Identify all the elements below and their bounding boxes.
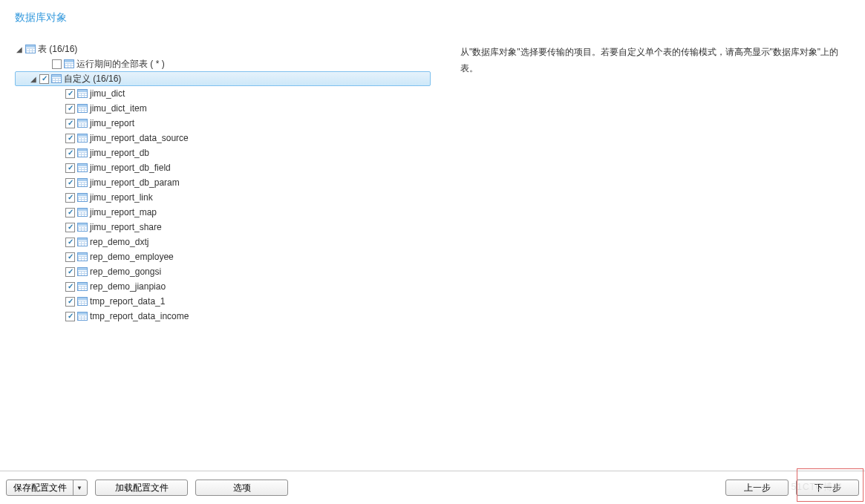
button-label: 加载配置文件	[115, 482, 169, 494]
tree-panel: ◢ 表 (16/16) 运行期间的全部表 ( * ) ◢ 自定义 (16/16)…	[0, 37, 445, 467]
tree-node-item[interactable]: jimu_report_link	[15, 190, 431, 205]
table-icon	[77, 163, 88, 172]
table-icon	[51, 74, 62, 83]
watermark: 51CTO博客	[791, 481, 843, 494]
tree-node-item[interactable]: jimu_dict_item	[15, 101, 431, 116]
checkbox[interactable]	[65, 89, 75, 99]
checkbox[interactable]	[65, 119, 75, 128]
tree-node-item[interactable]: rep_demo_employee	[15, 249, 431, 264]
tree-node-label: jimu_report_db_field	[90, 163, 171, 173]
button-label: 上一步	[744, 482, 771, 494]
checkbox[interactable]	[65, 134, 75, 143]
tree-node-item[interactable]: jimu_dict	[15, 86, 431, 101]
tree-node-item[interactable]: tmp_report_data_income	[15, 309, 431, 324]
table-icon	[77, 193, 88, 202]
checkbox[interactable]	[65, 312, 75, 321]
tree-node-item[interactable]: rep_demo_dxtj	[15, 235, 431, 249]
table-icon	[77, 89, 88, 98]
tree-node-item[interactable]: jimu_report_db	[15, 145, 431, 160]
tree-node-item[interactable]: jimu_report_data_source	[15, 131, 431, 145]
checkbox[interactable]	[65, 163, 75, 173]
table-icon	[77, 148, 88, 157]
table-icon	[77, 104, 88, 113]
tree-node-label: rep_demo_employee	[90, 252, 174, 262]
tree-node-item[interactable]: jimu_report	[15, 116, 431, 131]
checkbox[interactable]	[65, 252, 75, 262]
save-profile-button[interactable]: 保存配置文件 ▼	[6, 480, 88, 496]
prev-button[interactable]: 上一步	[725, 480, 789, 496]
tree-node-label: 表 (16/16)	[38, 43, 77, 56]
options-button[interactable]: 选项	[195, 480, 288, 496]
tree-node-label: rep_demo_dxtj	[90, 237, 148, 247]
tree-node-tables[interactable]: ◢ 表 (16/16)	[15, 42, 431, 56]
tree-node-item[interactable]: jimu_report_map	[15, 205, 431, 220]
load-profile-button[interactable]: 加载配置文件	[95, 480, 188, 496]
tree-node-label: jimu_report_db	[90, 148, 149, 158]
checkbox[interactable]	[65, 148, 75, 158]
checkbox[interactable]	[65, 193, 75, 203]
tree-node-label: tmp_report_data_1	[90, 296, 165, 307]
checkbox[interactable]	[65, 223, 75, 232]
table-icon	[25, 45, 36, 53]
tree-node-label: jimu_report_link	[90, 192, 153, 203]
checkbox[interactable]	[39, 74, 49, 84]
tree-node-item[interactable]: tmp_report_data_1	[15, 294, 431, 309]
tree-node-label: jimu_report_map	[90, 207, 157, 217]
tree-node-label: rep_demo_jianpiao	[90, 281, 166, 292]
table-icon	[77, 223, 88, 232]
footer-bar: 保存配置文件 ▼ 加载配置文件 选项 上一步 下一步	[0, 471, 865, 504]
table-icon	[77, 178, 88, 187]
table-icon	[64, 59, 74, 68]
table-icon	[77, 134, 88, 143]
tree-node-item[interactable]: jimu_report_share	[15, 220, 431, 235]
table-icon	[77, 267, 88, 276]
tree-node-label: jimu_report	[90, 118, 134, 128]
table-icon	[77, 312, 88, 321]
tree-node-label: tmp_report_data_income	[90, 311, 189, 321]
chevron-down-icon[interactable]: ◢	[29, 74, 38, 83]
tree-node-label: 自定义 (16/16)	[64, 73, 121, 85]
checkbox[interactable]	[52, 59, 62, 69]
tree-node-item[interactable]: rep_demo_gongsi	[15, 264, 431, 279]
chevron-down-icon[interactable]: ▼	[74, 480, 85, 495]
checkbox[interactable]	[65, 238, 75, 247]
tree-node-label: jimu_report_db_param	[90, 177, 180, 188]
tree-node-label: rep_demo_gongsi	[90, 266, 161, 277]
tree-node-label: 运行期间的全部表 ( * )	[76, 58, 165, 71]
page-title: 数据库对象	[15, 11, 67, 23]
table-icon	[77, 282, 88, 291]
tree-node-label: jimu_report_share	[90, 222, 162, 232]
tree-node-item[interactable]: jimu_report_db_field	[15, 160, 431, 175]
checkbox[interactable]	[65, 297, 75, 307]
tree-node-label: jimu_report_data_source	[90, 133, 189, 143]
table-icon	[77, 208, 88, 217]
description-text: 从"数据库对象"选择要传输的项目。若要自定义单个表的传输模式，请高亮显示"数据库…	[460, 47, 838, 73]
tree-node-runtime-all[interactable]: 运行期间的全部表 ( * )	[15, 56, 431, 71]
checkbox[interactable]	[65, 282, 75, 292]
tree-node-label: jimu_dict_item	[90, 103, 147, 114]
chevron-down-icon[interactable]: ◢	[15, 45, 24, 53]
table-icon	[77, 119, 88, 128]
table-icon	[77, 297, 88, 306]
checkbox[interactable]	[65, 104, 75, 114]
tree-node-custom[interactable]: ◢ 自定义 (16/16)	[15, 71, 431, 86]
button-label: 保存配置文件	[13, 482, 67, 494]
checkbox[interactable]	[65, 208, 75, 217]
button-label: 选项	[233, 482, 251, 494]
checkbox[interactable]	[65, 178, 75, 188]
table-icon	[77, 238, 88, 246]
tree-node-item[interactable]: rep_demo_jianpiao	[15, 279, 431, 294]
tree-node-label: jimu_dict	[90, 88, 125, 99]
table-icon	[77, 252, 88, 261]
checkbox[interactable]	[65, 267, 75, 277]
tree-node-item[interactable]: jimu_report_db_param	[15, 175, 431, 190]
